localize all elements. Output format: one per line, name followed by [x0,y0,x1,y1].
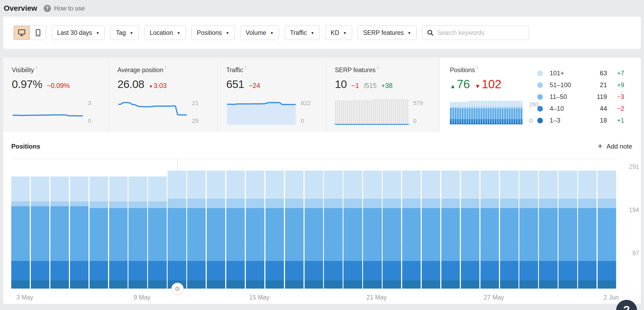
chart-column-19 May[interactable] [324,171,342,289]
chart-column-20 May[interactable] [343,171,362,289]
chart-column-22 May[interactable] [383,171,401,289]
metric-label: Traffici [226,65,326,74]
legend-row-51–100[interactable]: 51–10021+9 [537,79,624,91]
x-axis-label: 9 May [134,294,151,301]
serp-features-label: SERP features [363,29,404,36]
volume-dropdown[interactable]: Volume ▼ [240,25,279,40]
chart-segment-4–10 [578,261,597,281]
chart-segment-51–100 [598,199,616,208]
chart-segment-4–10 [246,261,264,281]
chart-column-17 May[interactable] [285,171,304,289]
traffic-dropdown[interactable]: Traffic ▼ [285,25,320,40]
chart-segment-4–10 [168,261,186,281]
chevron-down-icon: ▼ [270,31,274,35]
chart-segment-1–3 [441,281,460,289]
chart-column-18 May[interactable] [305,171,323,289]
chart-column-26 May[interactable] [461,171,479,289]
chart-segment-101+ [500,171,519,199]
chart-column-12 May[interactable] [187,171,206,289]
note-marker-gear-icon[interactable]: ⚙ [171,283,184,295]
positions-legend: 101+63+751–10021+911–50119−34–1044−21–31… [537,67,624,126]
chart-segment-11–50 [519,208,538,261]
positions-dropdown[interactable]: Positions ▼ [191,25,235,40]
chart-column-28 May[interactable] [500,171,519,289]
chart-column-8 May[interactable] [109,176,128,289]
chart-column-5 May[interactable] [50,176,69,289]
metric-card-positions[interactable]: Positionsi ▲76 ▼102 291 0 101+63+751–100… [440,58,641,132]
chart-segment-101+ [539,171,557,199]
desktop-toggle-button[interactable] [14,26,30,40]
chart-segment-1–3 [402,281,421,289]
search-input[interactable] [437,29,524,36]
chart-column-24 May[interactable] [422,171,440,289]
serp-features-minichart: 5790 [335,98,423,125]
chart-column-21 May[interactable] [363,171,382,289]
how-to-use-link[interactable]: ? How to use [44,5,85,12]
legend-delta: +9 [607,82,624,89]
chart-segment-11–50 [11,206,30,261]
chart-segment-4–10 [324,261,342,281]
chart-segment-4–10 [519,261,538,281]
chart-column-27 May[interactable] [480,171,499,289]
chart-column-15 May[interactable] [246,171,264,289]
chart-segment-4–10 [363,261,382,281]
chart-segment-11–50 [598,208,616,261]
add-note-button[interactable]: + Add note [598,142,632,150]
chart-column-25 May[interactable] [441,171,460,289]
legend-row-101+[interactable]: 101+63+7 [537,67,624,79]
chart-segment-4–10 [441,261,460,281]
chart-column-7 May[interactable] [90,176,108,289]
legend-delta: −3 [607,93,624,101]
chart-segment-51–100 [558,199,577,208]
chart-column-9 May[interactable] [128,176,147,289]
metric-card-visibility[interactable]: Visibilityi 0.97% −0.09% 30 [3,58,109,132]
chart-segment-11–50 [480,208,499,261]
chart-segment-11–50 [383,208,401,261]
chart-column-29 May[interactable] [519,171,538,289]
metric-total: /515 [364,82,377,90]
chart-column-2 Jun[interactable] [598,171,616,289]
positions-up-value: ▲76 [450,78,470,91]
chart-segment-4–10 [480,261,499,281]
legend-row-4–10[interactable]: 4–1044−2 [537,103,624,115]
metric-card-average-position[interactable]: Average positioni 26.08 ▼3.03 2129 [109,58,218,132]
positions-minichart: 291 0 [450,98,539,124]
chart-segment-101+ [265,171,284,199]
axis-max: 21 [192,100,198,107]
metric-card-serp-features[interactable]: SERP featuresi 10 −1 /515 +38 5790 [326,58,440,132]
date-range-dropdown[interactable]: Last 30 days ▼ [52,25,105,40]
chart-column-13 May[interactable] [207,171,225,289]
chevron-down-icon: ▼ [343,31,347,35]
chart-segment-1–3 [187,281,206,289]
chart-segment-11–50 [187,208,206,261]
chart-segment-101+ [246,171,264,199]
chart-column-31 May[interactable] [558,171,577,289]
chart-column-14 May[interactable] [226,171,245,289]
location-dropdown[interactable]: Location ▼ [144,25,186,40]
chart-column-10 May[interactable] [148,176,166,289]
chart-column-1 Jun[interactable] [578,171,597,289]
chart-column-3 May[interactable] [11,176,30,289]
kd-dropdown[interactable]: KD ▼ [325,25,352,40]
chart-segment-51–100 [226,199,245,208]
legend-row-11–50[interactable]: 11–50119−3 [537,91,624,103]
y-axis-label: 97 [620,250,639,257]
chart-column-4 May[interactable] [31,176,49,289]
legend-range: 51–100 [550,81,588,89]
chart-segment-101+ [480,171,499,199]
chart-column-30 May[interactable] [539,171,557,289]
metric-card-traffic[interactable]: Traffici 651 −24 8220 [218,58,326,132]
metric-delta: −1 [351,82,359,90]
chart-column-11 May[interactable] [168,171,186,289]
mobile-toggle-button[interactable] [30,26,46,40]
chart-column-6 May[interactable] [70,176,88,289]
tag-dropdown[interactable]: Tag ▼ [110,25,139,40]
chart-segment-51–100 [207,199,225,208]
chart-column-23 May[interactable] [402,171,421,289]
chart-column-16 May[interactable] [265,171,284,289]
legend-row-1–3[interactable]: 1–318+1 [537,115,624,126]
serp-features-dropdown[interactable]: SERP features ▼ [358,25,417,40]
chart-columns [11,159,617,289]
mobile-icon [36,29,40,36]
metric-value: 10 [335,78,347,91]
